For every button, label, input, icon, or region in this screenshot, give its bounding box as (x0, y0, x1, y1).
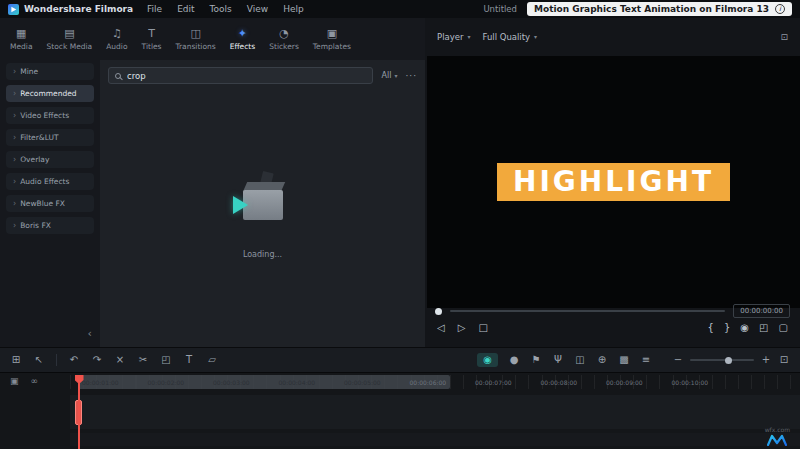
zoom-slider-thumb[interactable] (725, 357, 732, 364)
sidebar-item-boris-fx[interactable]: › Boris FX (6, 217, 94, 234)
more-options-button[interactable]: ··· (405, 71, 417, 81)
zoom-slider[interactable] (690, 359, 754, 361)
loading-box-front (243, 190, 283, 220)
ruler-label: 00:00:10:00 (668, 379, 734, 386)
sidebar-item-video-effects[interactable]: › Video Effects (6, 107, 94, 124)
effects-browser-panel: All ▾ ··· Loading... (100, 60, 425, 347)
delete-icon[interactable]: × (114, 355, 126, 365)
fit-timeline-icon[interactable]: ⊡ (778, 355, 790, 365)
tab-media[interactable]: ▦ Media (3, 28, 40, 51)
expand-player-icon[interactable]: ⊡ (780, 32, 788, 42)
search-input[interactable] (127, 71, 366, 81)
crop-icon[interactable]: ◰ (160, 355, 172, 365)
layout-icon[interactable]: ⊞ (10, 355, 22, 365)
voiceover-mic-icon[interactable]: Ψ (552, 355, 564, 365)
zoom-out-icon[interactable]: − (672, 355, 684, 365)
preview-panel: Player ▾ Full Quality ▾ ⊡ HIGHLIGHT 00:0… (425, 18, 800, 347)
mark-out-icon[interactable]: } (724, 323, 730, 333)
tab-stickers[interactable]: ◔ Stickers (262, 28, 306, 51)
split-icon[interactable]: ✂ (137, 355, 149, 365)
manage-tracks-icon[interactable]: ▣ (10, 377, 19, 449)
sidebar-item-recommended[interactable]: › Recommended (6, 85, 94, 102)
stock-media-icon: ▤ (64, 28, 74, 39)
loading-illustration (231, 172, 295, 226)
track-link-icon[interactable]: ∞ (31, 377, 39, 449)
timeline-playhead[interactable] (78, 375, 80, 449)
ruler-label: 00:00:01:00 (78, 379, 144, 386)
filter-dropdown[interactable]: All ▾ (381, 71, 397, 80)
audio-track[interactable] (70, 433, 800, 446)
loading-text: Loading... (243, 250, 282, 259)
ruler-label: 00:00:09:00 (602, 379, 668, 386)
crop-preview-icon[interactable]: ◰ (759, 323, 768, 333)
sidebar-item-overlay[interactable]: › Overlay (6, 151, 94, 168)
fullscreen-icon[interactable]: ▢ (779, 323, 788, 333)
undo-icon[interactable]: ↶ (68, 355, 80, 365)
video-track[interactable] (70, 395, 800, 429)
menu-help[interactable]: Help (283, 4, 304, 14)
ruler-label: 00:00:05:00 (340, 379, 406, 386)
play-button[interactable]: ▷ (458, 323, 466, 333)
transport-right-group: { } ◉ ◰ ▢ (708, 323, 788, 333)
previous-frame-button[interactable]: ◁ (437, 323, 445, 333)
ruler-label: 00:00:02:00 (144, 379, 210, 386)
tab-titles[interactable]: T Titles (135, 28, 169, 51)
menu-tools[interactable]: Tools (210, 4, 232, 14)
info-icon[interactable]: i (775, 4, 785, 14)
sidebar-item-filter-lut[interactable]: › Filter&LUT (6, 129, 94, 146)
play-triangle-icon (233, 196, 248, 214)
clone-icon[interactable]: ▱ (206, 355, 218, 365)
record-icon[interactable]: ● (508, 355, 520, 365)
chevron-right-icon: › (13, 222, 16, 230)
playhead-dot[interactable] (435, 308, 442, 315)
tab-effects[interactable]: ✦ Effects (223, 28, 263, 51)
time-display: 00:00:00:00 (733, 304, 790, 318)
timeline-zoom-controls: − + ⊡ (672, 355, 790, 365)
chroma-key-icon[interactable]: ▩ (618, 355, 630, 365)
notification-banner[interactable]: Motion Graphics Text Animation on Filmor… (527, 2, 792, 16)
player-dropdown[interactable]: Player ▾ (437, 32, 470, 42)
menu-edit[interactable]: Edit (177, 4, 194, 14)
motion-track-icon[interactable]: ⊕ (596, 355, 608, 365)
menu-view[interactable]: View (247, 4, 268, 14)
menu-file[interactable]: File (147, 4, 162, 14)
tab-audio[interactable]: ♫ Audio (99, 28, 134, 51)
filmora-app: Wondershare Filmora File Edit Tools View… (0, 0, 800, 449)
tab-transitions[interactable]: ◫ Transitions (169, 28, 223, 51)
highlight-banner: HIGHLIGHT (497, 163, 730, 202)
marker-icon[interactable]: ⚑ (530, 355, 542, 365)
stickers-icon: ◔ (279, 28, 289, 39)
chevron-down-icon: ▾ (394, 73, 397, 79)
tab-stock-media[interactable]: ▤ Stock Media (40, 28, 100, 51)
quality-dropdown[interactable]: Full Quality ▾ (482, 32, 537, 42)
effects-category-sidebar: › Mine › Recommended › Video Effects › F… (0, 60, 100, 347)
sidebar-item-mine[interactable]: › Mine (6, 63, 94, 80)
stop-button[interactable]: □ (478, 323, 487, 333)
list-view-icon[interactable]: ≡ (640, 355, 652, 365)
zoom-in-icon[interactable]: + (760, 355, 772, 365)
preview-stage: HIGHLIGHT (427, 56, 800, 308)
scrubber-row: 00:00:00:00 (425, 304, 800, 318)
search-icon (115, 73, 121, 79)
mark-in-icon[interactable]: { (708, 323, 714, 333)
menu-bar: File Edit Tools View Help (147, 4, 304, 14)
add-text-icon[interactable]: T (183, 355, 195, 365)
collapse-sidebar-button[interactable]: ‹ (88, 328, 92, 339)
sidebar-item-newblue-fx[interactable]: › NewBlue FX (6, 195, 94, 212)
seek-bar[interactable] (450, 310, 725, 312)
select-tool-icon[interactable]: ↖ (33, 355, 45, 365)
ruler-label: 00:00:07:00 (471, 379, 537, 386)
sidebar-item-audio-effects[interactable]: › Audio Effects (6, 173, 94, 190)
snapshot-icon[interactable]: ◉ (740, 323, 749, 333)
chevron-right-icon: › (13, 68, 16, 76)
render-preview-icon[interactable]: ◉ (477, 353, 498, 367)
edit-toolbar: ⊞ ↖ ↶ ↷ × ✂ ◰ T ▱ ◉ ● ⚑ Ψ ◫ ⊕ ▩ ≡ − + ⊡ (0, 347, 800, 372)
timeline-ruler[interactable]: 00:00:01:00 00:00:02:00 00:00:03:00 00:0… (70, 375, 800, 389)
tab-templates[interactable]: ▣ Templates (306, 28, 358, 51)
redo-icon[interactable]: ↷ (91, 355, 103, 365)
transitions-icon: ◫ (190, 28, 200, 39)
chevron-down-icon: ▾ (467, 34, 470, 40)
split-screen-icon[interactable]: ◫ (574, 355, 586, 365)
toolbar-divider (56, 354, 57, 366)
chevron-right-icon: › (13, 90, 16, 98)
